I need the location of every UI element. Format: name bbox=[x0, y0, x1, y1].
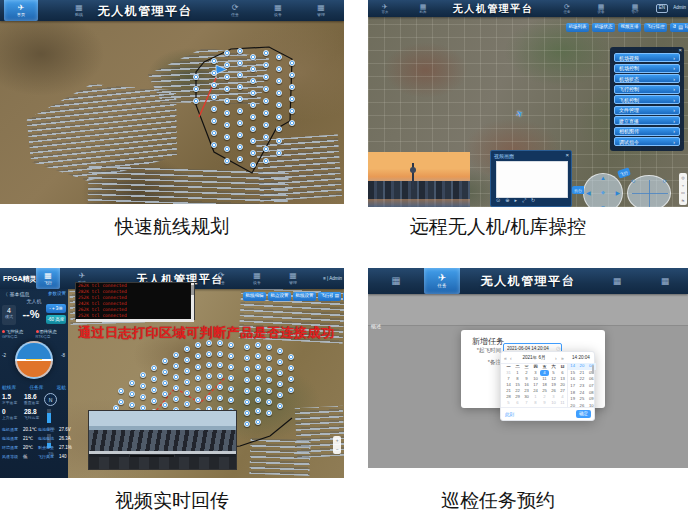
waypoint-marker[interactable] bbox=[266, 344, 272, 350]
waypoint-marker[interactable] bbox=[224, 110, 230, 116]
waypoint-marker[interactable] bbox=[228, 375, 234, 381]
waypoint-marker[interactable] bbox=[288, 354, 294, 360]
waypoint-marker[interactable] bbox=[266, 377, 272, 383]
drone-marker-icon[interactable]: ✈ bbox=[514, 108, 525, 120]
nav-tab-1[interactable]: ✈任务 bbox=[424, 268, 460, 294]
waypoint-marker[interactable] bbox=[162, 380, 168, 386]
map-toolbar-button[interactable]: 保存设置 bbox=[343, 292, 344, 301]
waypoint-marker[interactable] bbox=[277, 392, 283, 398]
waypoint-marker[interactable] bbox=[193, 86, 199, 92]
mode-box[interactable]: 4 模式 bbox=[2, 305, 16, 325]
waypoint-marker[interactable] bbox=[206, 362, 212, 368]
waypoint-marker[interactable] bbox=[244, 410, 250, 416]
close-icon[interactable]: × bbox=[678, 47, 682, 53]
waypoint-marker[interactable] bbox=[255, 342, 261, 348]
waypoint-marker[interactable] bbox=[288, 376, 294, 382]
waypoint-marker[interactable] bbox=[228, 342, 234, 348]
waypoint-marker[interactable] bbox=[140, 383, 146, 389]
video-tool-icon[interactable]: ⤢ bbox=[522, 197, 526, 204]
waypoint-marker[interactable] bbox=[224, 146, 230, 152]
waypoint-marker[interactable] bbox=[288, 387, 294, 393]
waypoint-marker[interactable] bbox=[224, 98, 230, 104]
calendar-day[interactable]: 11 bbox=[558, 400, 567, 406]
waypoint-marker[interactable] bbox=[276, 66, 282, 72]
waypoint-marker[interactable] bbox=[217, 351, 223, 357]
waypoint-marker[interactable] bbox=[277, 403, 283, 409]
waypoint-marker[interactable] bbox=[263, 134, 269, 140]
waypoint-marker[interactable] bbox=[276, 114, 282, 120]
waypoint-marker[interactable] bbox=[266, 388, 272, 394]
prev-month-arrow[interactable]: ‹ bbox=[510, 355, 512, 361]
waypoint-marker[interactable] bbox=[276, 102, 282, 108]
waypoint-marker[interactable] bbox=[193, 74, 199, 80]
waypoint-marker[interactable] bbox=[195, 386, 201, 392]
waypoint-marker[interactable] bbox=[276, 138, 282, 144]
waypoint-marker[interactable] bbox=[237, 132, 243, 138]
now-link[interactable]: 此刻 bbox=[505, 412, 514, 417]
waypoint-marker[interactable] bbox=[244, 421, 250, 427]
confirm-button[interactable]: 确定 bbox=[576, 410, 591, 418]
joystick-tab-flight[interactable]: 飞行 bbox=[617, 167, 631, 178]
next-month-arrow[interactable]: › bbox=[555, 355, 557, 361]
map-toolbar-button[interactable]: 航线编辑 bbox=[243, 292, 266, 301]
multiplier-button[interactable]: - + 3倍 bbox=[46, 304, 66, 313]
waypoint-marker[interactable] bbox=[244, 355, 250, 361]
waypoint-marker[interactable] bbox=[263, 158, 269, 164]
nav-tab-2[interactable]: ▦管理 bbox=[278, 268, 308, 289]
time-title[interactable]: 14:20:04 bbox=[568, 355, 594, 360]
waypoint-marker[interactable] bbox=[224, 50, 230, 56]
log-console[interactable]: 262K tcl connected282K tcl connected252K… bbox=[75, 282, 195, 320]
scrollbar-thumb[interactable] bbox=[191, 285, 194, 295]
waypoint-marker[interactable] bbox=[173, 385, 179, 391]
waypoint-marker[interactable] bbox=[289, 120, 295, 126]
next-year-arrow[interactable]: » bbox=[561, 355, 564, 361]
waypoint-marker[interactable] bbox=[255, 408, 261, 414]
video-tool-icon[interactable]: ⊙ bbox=[496, 197, 500, 204]
arrow-up-icon[interactable]: ▲ bbox=[600, 175, 606, 181]
waypoint-marker[interactable] bbox=[263, 62, 269, 68]
time-option[interactable]: 17 bbox=[568, 383, 577, 390]
time-option[interactable]: 21 bbox=[577, 370, 586, 377]
time-option[interactable]: 09 bbox=[587, 396, 596, 403]
map-toolbar-button[interactable]: 视频直播 bbox=[618, 23, 641, 32]
close-icon[interactable]: × bbox=[565, 152, 569, 158]
waypoint-marker[interactable] bbox=[118, 388, 124, 394]
waypoint-marker[interactable] bbox=[228, 364, 234, 370]
time-scrollbar-thumb[interactable] bbox=[592, 365, 594, 374]
waypoint-marker[interactable] bbox=[276, 78, 282, 84]
user-label[interactable]: ≡ | Admin bbox=[323, 276, 342, 281]
waypoint-marker[interactable] bbox=[276, 126, 282, 132]
nav-tab-1[interactable]: ▦航线 bbox=[62, 0, 96, 21]
waypoint-marker[interactable] bbox=[255, 386, 261, 392]
waypoint-marker[interactable] bbox=[288, 365, 294, 371]
waypoint-marker[interactable] bbox=[184, 346, 190, 352]
time-option[interactable]: 25 bbox=[577, 396, 586, 403]
waypoint-marker[interactable] bbox=[255, 375, 261, 381]
calendar-day[interactable]: 8 bbox=[531, 400, 540, 406]
waypoint-marker[interactable] bbox=[244, 366, 250, 372]
waypoint-marker[interactable] bbox=[195, 353, 201, 359]
waypoint-marker[interactable] bbox=[195, 375, 201, 381]
nav-tab-0[interactable]: ⟳任务 bbox=[206, 268, 236, 289]
waypoint-marker[interactable] bbox=[237, 96, 243, 102]
waypoint-marker[interactable] bbox=[289, 84, 295, 90]
time-option[interactable]: 23 bbox=[577, 383, 586, 390]
waypoint-marker[interactable] bbox=[217, 362, 223, 368]
waypoint-marker[interactable] bbox=[237, 120, 243, 126]
video-thumbnail-panels[interactable] bbox=[88, 410, 237, 470]
toolbar-more-icon[interactable]: ▤ bbox=[676, 23, 685, 32]
calendar-day[interactable]: 6 bbox=[513, 400, 522, 406]
waypoint-marker[interactable] bbox=[263, 86, 269, 92]
control-menu-item[interactable]: 相机图传› bbox=[614, 127, 680, 136]
waypoint-marker[interactable] bbox=[266, 410, 272, 416]
map-toolbar-button[interactable]: 航线设置 bbox=[293, 292, 316, 301]
time-option[interactable]: 24 bbox=[577, 390, 586, 397]
waypoint-marker[interactable] bbox=[250, 162, 256, 168]
waypoint-marker[interactable] bbox=[217, 384, 223, 390]
time-option[interactable]: 16 bbox=[568, 376, 577, 383]
control-menu-item[interactable]: 机场视频› bbox=[614, 53, 680, 62]
waypoint-marker[interactable] bbox=[228, 353, 234, 359]
waypoint-marker[interactable] bbox=[237, 72, 243, 78]
control-menu-item[interactable]: 文件管理› bbox=[614, 106, 680, 115]
waypoint-marker[interactable] bbox=[217, 395, 223, 401]
